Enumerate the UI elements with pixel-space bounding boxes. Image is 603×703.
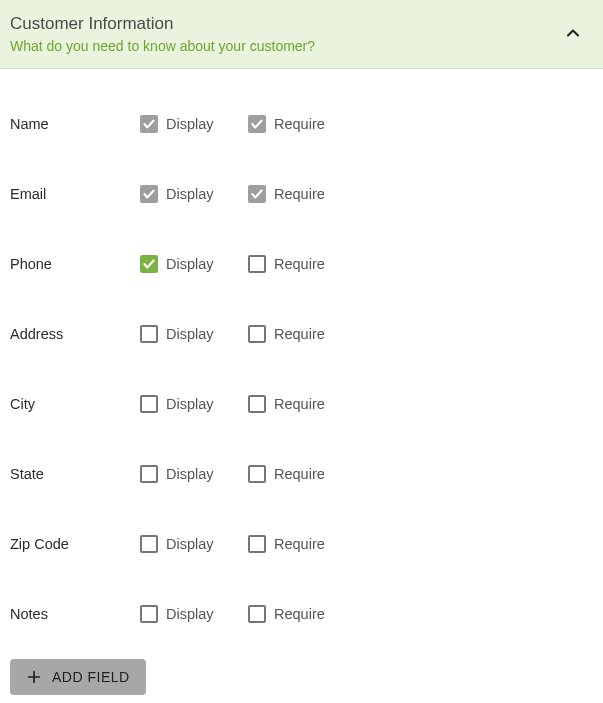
display-group: Display	[140, 395, 248, 413]
require-group: Require	[248, 325, 356, 343]
require-checkbox[interactable]	[248, 255, 266, 273]
field-row: CityDisplayRequire	[10, 369, 593, 439]
field-label: Name	[10, 116, 140, 132]
display-label: Display	[166, 466, 214, 482]
display-label: Display	[166, 326, 214, 342]
require-label: Require	[274, 326, 325, 342]
display-label: Display	[166, 186, 214, 202]
field-label: State	[10, 466, 140, 482]
field-label: Notes	[10, 606, 140, 622]
require-label: Require	[274, 466, 325, 482]
field-label: Address	[10, 326, 140, 342]
display-checkbox[interactable]	[140, 115, 158, 133]
display-label: Display	[166, 536, 214, 552]
require-checkbox[interactable]	[248, 535, 266, 553]
require-label: Require	[274, 256, 325, 272]
display-group: Display	[140, 325, 248, 343]
require-group: Require	[248, 185, 356, 203]
display-checkbox[interactable]	[140, 185, 158, 203]
require-group: Require	[248, 395, 356, 413]
require-label: Require	[274, 396, 325, 412]
display-label: Display	[166, 116, 214, 132]
field-label: Email	[10, 186, 140, 202]
require-label: Require	[274, 116, 325, 132]
require-group: Require	[248, 605, 356, 623]
display-checkbox[interactable]	[140, 255, 158, 273]
require-label: Require	[274, 536, 325, 552]
add-field-button[interactable]: ADD FIELD	[10, 659, 146, 695]
require-checkbox[interactable]	[248, 605, 266, 623]
field-row: AddressDisplayRequire	[10, 299, 593, 369]
chevron-up-icon	[563, 23, 583, 46]
field-label: Phone	[10, 256, 140, 272]
display-group: Display	[140, 185, 248, 203]
require-label: Require	[274, 606, 325, 622]
display-label: Display	[166, 256, 214, 272]
require-label: Require	[274, 186, 325, 202]
display-group: Display	[140, 535, 248, 553]
panel-title: Customer Information	[10, 14, 315, 34]
display-label: Display	[166, 396, 214, 412]
require-checkbox[interactable]	[248, 325, 266, 343]
add-field-label: ADD FIELD	[52, 669, 130, 685]
panel-subtitle: What do you need to know about your cust…	[10, 38, 315, 54]
require-group: Require	[248, 465, 356, 483]
require-checkbox[interactable]	[248, 395, 266, 413]
field-label: City	[10, 396, 140, 412]
display-checkbox[interactable]	[140, 325, 158, 343]
display-group: Display	[140, 465, 248, 483]
display-checkbox[interactable]	[140, 535, 158, 553]
plus-icon	[26, 669, 42, 685]
collapse-toggle[interactable]	[559, 19, 587, 50]
display-checkbox[interactable]	[140, 605, 158, 623]
display-group: Display	[140, 605, 248, 623]
field-row: Zip CodeDisplayRequire	[10, 509, 593, 579]
require-group: Require	[248, 255, 356, 273]
field-row: PhoneDisplayRequire	[10, 229, 593, 299]
display-label: Display	[166, 606, 214, 622]
field-row: NameDisplayRequire	[10, 89, 593, 159]
panel-header: Customer Information What do you need to…	[0, 0, 603, 69]
require-checkbox[interactable]	[248, 185, 266, 203]
require-checkbox[interactable]	[248, 115, 266, 133]
require-checkbox[interactable]	[248, 465, 266, 483]
panel-body: NameDisplayRequireEmailDisplayRequirePho…	[0, 69, 603, 703]
display-checkbox[interactable]	[140, 465, 158, 483]
field-label: Zip Code	[10, 536, 140, 552]
field-row: NotesDisplayRequire	[10, 579, 593, 649]
display-checkbox[interactable]	[140, 395, 158, 413]
display-group: Display	[140, 255, 248, 273]
field-row: EmailDisplayRequire	[10, 159, 593, 229]
field-row: StateDisplayRequire	[10, 439, 593, 509]
panel-header-text: Customer Information What do you need to…	[10, 14, 315, 54]
require-group: Require	[248, 535, 356, 553]
require-group: Require	[248, 115, 356, 133]
display-group: Display	[140, 115, 248, 133]
